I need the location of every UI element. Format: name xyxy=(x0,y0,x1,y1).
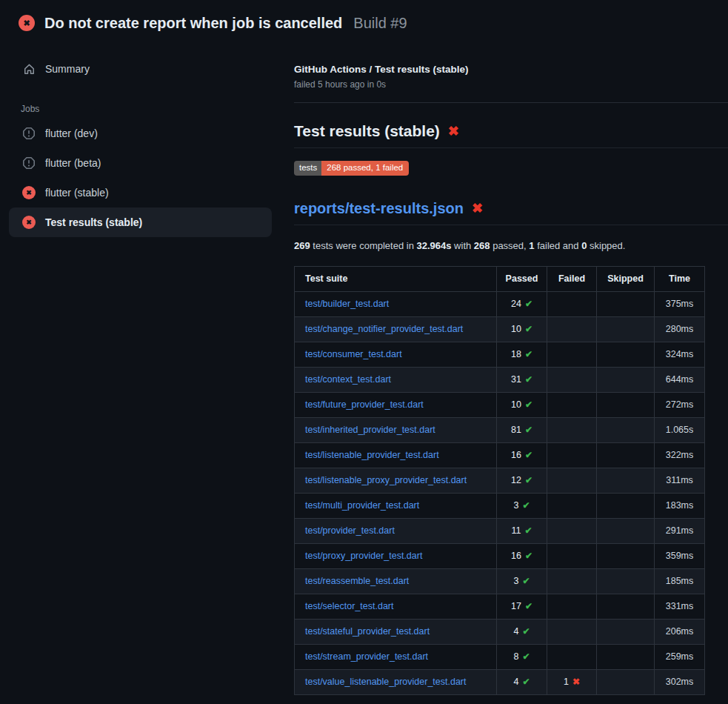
check-icon: ✔ xyxy=(522,500,530,511)
sidebar-item-summary[interactable]: Summary xyxy=(0,58,294,80)
suite-cell: test/stream_provider_test.dart xyxy=(295,644,497,669)
sidebar-summary-label: Summary xyxy=(45,63,90,75)
report-link[interactable]: reports/test-results.json xyxy=(294,200,464,217)
table-row: test/future_provider_test.dart10✔272ms xyxy=(295,392,705,417)
suite-link[interactable]: test/stateful_provider_test.dart xyxy=(305,626,430,637)
passed-cell: 10✔ xyxy=(497,392,547,417)
suite-link[interactable]: test/builder_test.dart xyxy=(305,299,389,309)
check-icon: ✔ xyxy=(525,399,532,410)
suite-link[interactable]: test/listenable_provider_test.dart xyxy=(305,450,439,460)
table-row: test/value_listenable_provider_test.dart… xyxy=(295,669,705,694)
skipped-cell xyxy=(597,367,655,392)
time-cell: 259ms xyxy=(655,644,705,669)
check-icon: ✔ xyxy=(525,299,532,309)
skipped-cell xyxy=(597,316,655,342)
table-row: test/consumer_test.dart18✔324ms xyxy=(295,342,705,367)
cross-icon: ✖ xyxy=(572,677,580,687)
failed-status-icon: ✖ xyxy=(22,216,36,229)
suite-cell: test/selector_test.dart xyxy=(295,594,497,619)
sidebar-job-label: flutter (beta) xyxy=(45,157,101,169)
failed-cell xyxy=(547,568,597,594)
suite-link[interactable]: test/consumer_test.dart xyxy=(305,349,402,359)
passed-cell: 24✔ xyxy=(497,291,547,316)
skipped-cell xyxy=(597,442,655,468)
summary-duration: 32.964s xyxy=(417,240,452,251)
time-cell: 324ms xyxy=(655,342,705,367)
suite-link[interactable]: test/listenable_proxy_provider_test.dart xyxy=(305,475,467,485)
suite-cell: test/builder_test.dart xyxy=(295,291,497,316)
failed-cell xyxy=(547,442,597,468)
passed-cell: 3✔ xyxy=(497,568,547,594)
table-row: test/inherited_provider_test.dart81✔1.06… xyxy=(295,417,705,442)
skipped-cell xyxy=(597,568,655,594)
passed-cell: 8✔ xyxy=(497,644,547,669)
skipped-cell xyxy=(597,518,655,543)
check-icon: ✔ xyxy=(525,425,532,435)
failed-cell: 1✖ xyxy=(547,669,597,694)
suite-link[interactable]: test/provider_test.dart xyxy=(305,525,395,536)
passed-cell: 4✔ xyxy=(497,619,547,644)
column-header-test-suite: Test suite xyxy=(295,266,497,291)
suite-cell: test/consumer_test.dart xyxy=(295,342,497,367)
suite-link[interactable]: test/context_test.dart xyxy=(305,374,391,385)
suite-cell: test/context_test.dart xyxy=(295,367,497,392)
suite-link[interactable]: test/reassemble_test.dart xyxy=(305,576,409,586)
check-icon: ✔ xyxy=(522,651,530,662)
breadcrumb: GitHub Actions / Test results (stable) xyxy=(294,64,728,75)
badge-value: 268 passed, 1 failed xyxy=(321,161,409,176)
passed-cell: 31✔ xyxy=(497,367,547,392)
failed-cell xyxy=(547,392,597,417)
sidebar-job-label: Test results (stable) xyxy=(45,216,142,228)
failed-x-icon: ✖ xyxy=(472,202,483,215)
failed-cell xyxy=(547,493,597,518)
sidebar-item-flutter-stable[interactable]: ✖flutter (stable) xyxy=(0,178,294,207)
skipped-cell xyxy=(597,417,655,442)
passed-cell: 11✔ xyxy=(497,518,547,543)
failed-cell xyxy=(547,367,597,392)
passed-cell: 17✔ xyxy=(497,594,547,619)
summary-passed: 268 xyxy=(474,240,490,251)
suite-link[interactable]: test/proxy_provider_test.dart xyxy=(305,551,422,561)
suite-link[interactable]: test/stream_provider_test.dart xyxy=(305,651,428,662)
skipped-cell xyxy=(597,342,655,367)
sidebar-item-flutter-dev[interactable]: flutter (dev) xyxy=(0,119,294,148)
jobs-section-label: Jobs xyxy=(0,80,294,119)
time-cell: 644ms xyxy=(655,367,705,392)
skipped-cell xyxy=(597,619,655,644)
suite-link[interactable]: test/change_notifier_provider_test.dart xyxy=(305,324,463,334)
build-number: Build #9 xyxy=(353,15,407,32)
suite-link[interactable]: test/inherited_provider_test.dart xyxy=(305,425,435,435)
failed-cell xyxy=(547,594,597,619)
skipped-cell xyxy=(597,392,655,417)
failed-status-icon: ✖ xyxy=(22,186,36,199)
suite-link[interactable]: test/multi_provider_test.dart xyxy=(305,500,419,511)
skipped-cell xyxy=(597,291,655,316)
sidebar-item-test-results-stable[interactable]: ✖Test results (stable) xyxy=(9,207,272,237)
table-row: test/provider_test.dart11✔291ms xyxy=(295,518,705,543)
failed-cell xyxy=(547,291,597,316)
time-cell: 331ms xyxy=(655,594,705,619)
failed-cell xyxy=(547,543,597,568)
passed-cell: 81✔ xyxy=(497,417,547,442)
suite-link[interactable]: test/selector_test.dart xyxy=(305,601,394,611)
passed-cell: 16✔ xyxy=(497,442,547,468)
table-header-row: Test suite Passed Failed Skipped Time xyxy=(295,266,705,291)
sidebar-job-label: flutter (stable) xyxy=(45,187,109,199)
divider xyxy=(294,102,728,103)
check-icon: ✔ xyxy=(525,324,532,334)
table-row: test/builder_test.dart24✔375ms xyxy=(295,291,705,316)
section-title: Test results (stable) xyxy=(294,122,440,140)
skipped-cell xyxy=(597,543,655,568)
suite-cell: test/change_notifier_provider_test.dart xyxy=(295,316,497,342)
suite-cell: test/future_provider_test.dart xyxy=(295,392,497,417)
time-cell: 272ms xyxy=(655,392,705,417)
suite-link[interactable]: test/future_provider_test.dart xyxy=(305,399,424,410)
check-icon: ✔ xyxy=(525,349,532,359)
table-row: test/listenable_provider_test.dart16✔322… xyxy=(295,442,705,468)
check-icon: ✔ xyxy=(524,525,532,536)
suite-cell: test/reassemble_test.dart xyxy=(295,568,497,594)
column-header-failed: Failed xyxy=(547,266,597,291)
check-icon: ✔ xyxy=(525,551,532,561)
suite-link[interactable]: test/value_listenable_provider_test.dart xyxy=(305,677,467,687)
sidebar-item-flutter-beta[interactable]: flutter (beta) xyxy=(0,148,294,178)
